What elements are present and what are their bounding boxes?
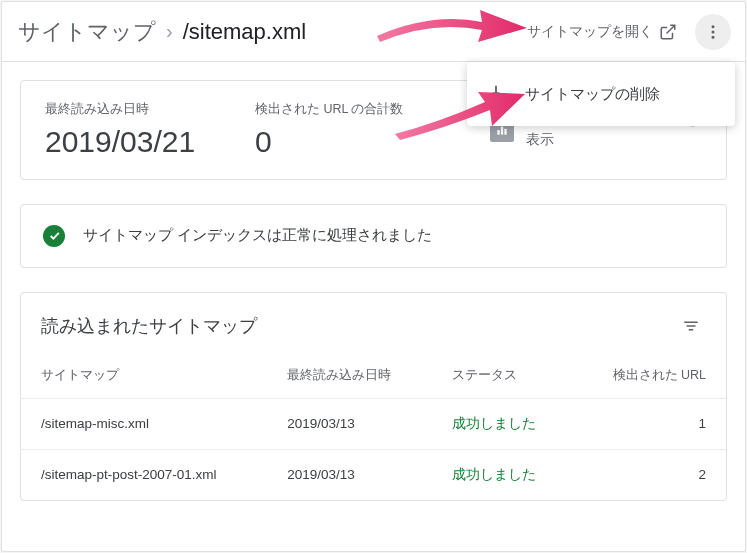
cell-status: 成功しました: [432, 398, 574, 449]
more-menu-button[interactable]: [695, 14, 731, 50]
loaded-sitemaps-card: 読み込まれたサイトマップ サイトマップ 最終読み込み日時 ステータス 検出された…: [20, 292, 727, 501]
more-menu: サイトマップの削除: [467, 62, 735, 126]
cell-last-read: 2019/03/13: [267, 398, 432, 449]
stat-url-count-label: 検出された URL の合計数: [255, 101, 445, 119]
stat-url-count: 検出された URL の合計数 0: [255, 101, 445, 159]
delete-sitemap-label: サイトマップの削除: [525, 85, 660, 104]
svg-point-2: [712, 30, 715, 33]
svg-point-3: [712, 35, 715, 38]
stat-url-count-value: 0: [255, 125, 445, 159]
status-message: サイトマップ インデックスは正常に処理されました: [83, 226, 432, 245]
open-sitemap-label: サイトマップを開く: [527, 23, 653, 41]
header: サイトマップ › /sitemap.xml サイトマップを開く: [2, 2, 745, 62]
stat-last-read-value: 2019/03/21: [45, 125, 255, 159]
cell-status: 成功しました: [432, 449, 574, 500]
download-icon: [485, 83, 507, 105]
svg-line-0: [667, 25, 675, 33]
cell-urls: 2: [573, 449, 726, 500]
stat-last-read-label: 最終読み込み日時: [45, 101, 255, 119]
col-sitemap[interactable]: サイトマップ: [21, 353, 267, 399]
more-vert-icon: [704, 23, 722, 41]
breadcrumb: サイトマップ › /sitemap.xml: [18, 17, 519, 47]
cell-sitemap: /sitemap-misc.xml: [21, 398, 267, 449]
col-urls[interactable]: 検出された URL: [573, 353, 726, 399]
cell-last-read: 2019/03/13: [267, 449, 432, 500]
sitemaps-table: サイトマップ 最終読み込み日時 ステータス 検出された URL /sitemap…: [21, 353, 726, 500]
filter-list-icon: [682, 317, 700, 335]
svg-point-1: [712, 25, 715, 28]
svg-rect-4: [497, 130, 499, 135]
table-header: 読み込まれたサイトマップ: [21, 293, 726, 353]
stat-last-read: 最終読み込み日時 2019/03/21: [45, 101, 255, 159]
filter-button[interactable]: [676, 311, 706, 341]
breadcrumb-root[interactable]: サイトマップ: [18, 17, 156, 47]
svg-rect-5: [501, 126, 503, 134]
col-last-read[interactable]: 最終読み込み日時: [267, 353, 432, 399]
col-status[interactable]: ステータス: [432, 353, 574, 399]
delete-sitemap-menu-item[interactable]: サイトマップの削除: [467, 70, 735, 118]
svg-rect-6: [504, 129, 506, 135]
table-row[interactable]: /sitemap-misc.xml2019/03/13成功しました1: [21, 398, 726, 449]
table-row[interactable]: /sitemap-pt-post-2007-01.xml2019/03/13成功…: [21, 449, 726, 500]
open-sitemap-button[interactable]: サイトマップを開く: [519, 17, 685, 47]
checkmark-circle-icon: [43, 225, 65, 247]
chevron-right-icon: ›: [166, 20, 173, 43]
status-card: サイトマップ インデックスは正常に処理されました: [20, 204, 727, 268]
breadcrumb-current: /sitemap.xml: [183, 19, 306, 45]
table-title: 読み込まれたサイトマップ: [41, 314, 257, 338]
cell-urls: 1: [573, 398, 726, 449]
open-in-new-icon: [659, 23, 677, 41]
cell-sitemap: /sitemap-pt-post-2007-01.xml: [21, 449, 267, 500]
